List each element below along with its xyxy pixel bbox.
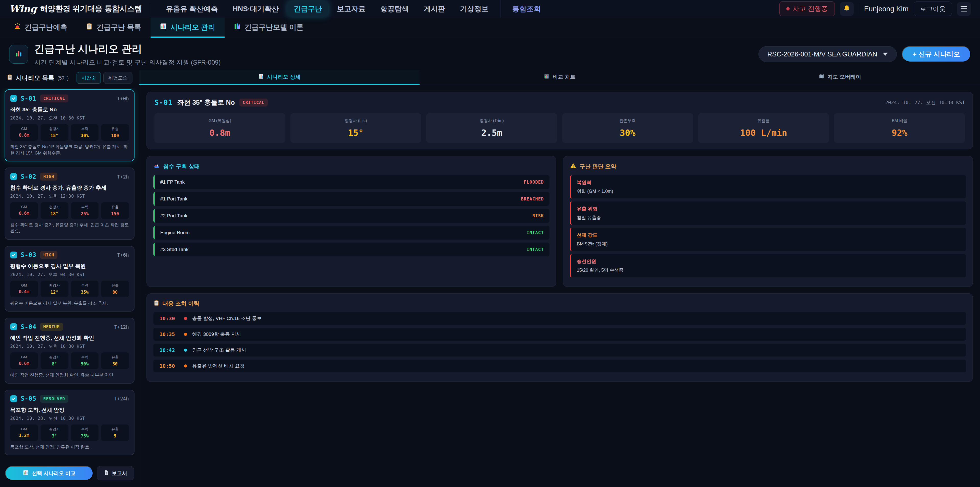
tab-scenario-detail[interactable]: 시나리오 상세 [139, 70, 420, 85]
compartment-status: RISK [532, 213, 544, 218]
metric-value: 100 [102, 133, 128, 138]
incident-badge-label: 사고 진행중 [793, 4, 828, 13]
timeline-text: 충돌 발생, VHF Ch.16 조난 통보 [192, 315, 262, 322]
compartment-row: #1 Port Tank BREACHED [153, 192, 549, 206]
case-selector-value: RSC-2026-001·M/V SEA GUARDIAN [767, 50, 877, 58]
page-title: 긴급구난 시나리오 관리 [34, 42, 221, 56]
nav-item-integrated-search[interactable]: 통합조회 [506, 1, 547, 17]
tab-emergency-prediction[interactable]: 긴급구난예측 [5, 18, 76, 38]
metric-value: 0.6m [11, 211, 37, 216]
scenario-detail-card: S-01 좌현 35° 충돌로 No CRITICAL 2024. 10. 27… [146, 92, 973, 149]
clipboard-icon [86, 23, 93, 32]
assessment-label: 복원력 [577, 179, 960, 186]
nav-item-oil-spill[interactable]: 유출유 확산예측 [160, 1, 224, 17]
nav-item-hns[interactable]: HNS·대기확산 [227, 1, 285, 17]
metric-label: 횡경사 [41, 205, 67, 209]
ship-icon [153, 163, 160, 171]
scenario-datetime: 2024. 10. 27. 오후 04:30 KST [10, 272, 129, 278]
document-icon [103, 470, 109, 477]
metric-spill: 유출 100 [101, 124, 129, 141]
sort-by-time-button[interactable]: 시간순 [76, 72, 101, 84]
main-scroll: S-01 좌현 35° 충돌로 No CRITICAL 2024. 10. 27… [139, 85, 980, 487]
tab-model-theory[interactable]: 긴급구난모델 이론 [224, 18, 313, 38]
timeline-text: 해경 3009함 출동 지시 [192, 331, 241, 338]
panel-row: 침수 구획 상태 #1 FP Tank FLOODED #1 Port Tank… [146, 156, 973, 287]
scenario-card-s05[interactable]: S-05 RESOLVED T+24h 목포항 도착, 선체 안정 2024. … [5, 390, 135, 456]
menu-button[interactable] [957, 2, 971, 16]
panel-title-label: 침수 구획 상태 [163, 163, 200, 170]
flooding-compartments-panel: 침수 구획 상태 #1 FP Tank FLOODED #1 Port Tank… [146, 156, 556, 287]
bar-chart-icon [160, 23, 167, 32]
scenario-title: 평형수 이동으로 경사 일부 복원 [10, 262, 129, 270]
scenario-metrics: GM 1.2m 횡경사 3° 부력 75% 유출 5 [10, 425, 129, 441]
compartment-name: #1 Port Tank [160, 196, 187, 202]
sidebar-title-label: 시나리오 목록 [16, 74, 54, 82]
tab-comparison-chart[interactable]: 비교 차트 [420, 70, 700, 85]
logout-button[interactable]: 로그아웃 [914, 2, 952, 16]
compare-scenarios-button[interactable]: 선택 시나리오 비교 [5, 466, 93, 481]
warning-icon [570, 163, 576, 171]
tab-scenario-management[interactable]: 시나리오 관리 [151, 18, 224, 38]
checkbox-checked[interactable] [10, 252, 17, 259]
sort-by-risk-button[interactable]: 위험도순 [103, 72, 132, 84]
metric-value: 30% [72, 133, 98, 138]
metric-value: 50% [72, 361, 98, 366]
scenario-title: 침수 확대로 경사 증가, 유출량 증가 추세 [10, 184, 129, 191]
timeline-row: 10:50 유출유 방제선 배치 요청 [153, 359, 966, 372]
scenario-card-s03[interactable]: S-03 HIGH T+6h 평형수 이동으로 경사 일부 복원 2024. 1… [5, 246, 135, 312]
assessment-value: 위험 (GM < 1.0m) [577, 188, 960, 194]
metric-label: GM [11, 205, 37, 209]
metric-label: 유출률 [701, 118, 827, 124]
main-tabs: 시나리오 상세 비교 차트 지도 오버레이 [139, 70, 980, 85]
compare-button-label: 선택 시나리오 비교 [32, 470, 76, 477]
checkbox-checked[interactable] [10, 323, 17, 330]
timeline-text: 인근 선박 구조 활동 개시 [192, 347, 246, 353]
nav-item-weather[interactable]: 기상정보 [454, 1, 495, 17]
severity-badge: MEDIUM [40, 323, 63, 331]
checkbox-checked[interactable] [10, 95, 17, 102]
nav-item-board[interactable]: 게시판 [417, 1, 451, 17]
bar-chart-icon [258, 73, 264, 80]
sort-buttons: 시간순 위험도순 [76, 72, 132, 84]
bar-chart-icon [544, 73, 549, 80]
metric-list: 횡경사 12° [41, 281, 68, 297]
nav-item-reports[interactable]: 보고자료 [331, 1, 372, 17]
tab-emergency-list[interactable]: 긴급구난 목록 [76, 18, 151, 38]
nav-item-aerial-search[interactable]: 항공탐색 [374, 1, 415, 17]
card-top-row: S-04 MEDIUM T+12h [10, 323, 129, 331]
metric-label: GM [11, 283, 37, 287]
notifications-button[interactable] [840, 2, 854, 16]
tab-map-overlay[interactable]: 지도 오버레이 [700, 70, 980, 85]
scenario-card-s02[interactable]: S-02 HIGH T+2h 침수 확대로 경사 증가, 유출량 증가 추세 2… [5, 168, 135, 240]
scenario-datetime: 2024. 10. 27. 오후 12:30 KST [10, 193, 129, 199]
metric-buoyancy: 부력 75% [71, 425, 99, 441]
metric-value: 12° [41, 290, 67, 295]
scenario-metrics: GM 0.4m 횡경사 12° 부력 35% 유출 80 [10, 281, 129, 297]
metric-value: 0.4m [11, 289, 37, 294]
metric-value: 3° [41, 433, 67, 439]
case-selector[interactable]: RSC-2026-001·M/V SEA GUARDIAN [759, 46, 897, 62]
metric-value: 100 L/min [701, 128, 827, 138]
assessment-label: 유출 위험 [577, 206, 960, 212]
timeline-time: 10:35 [159, 331, 179, 337]
nav-item-emergency-salvage[interactable]: 긴급구난 [287, 1, 328, 17]
metric-label: 유출 [102, 355, 128, 359]
scenario-card-s01[interactable]: S-01 CRITICAL T+0h 좌현 35° 충돌로 No 2024. 1… [5, 89, 135, 161]
compartment-name: #3 Stbd Tank [160, 247, 189, 252]
scenario-card-s04[interactable]: S-04 MEDIUM T+12h 예인 작업 진행중, 선체 안정화 확인 2… [5, 318, 135, 383]
time-offset: T+6h [117, 252, 129, 258]
scenario-count: (5개) [57, 75, 68, 81]
report-button[interactable]: 보고서 [97, 466, 134, 481]
assessment-row: 승선인원 15/20 확인, 5명 수색중 [570, 254, 966, 277]
metric-spill: 유출 80 [101, 281, 129, 297]
checkbox-checked[interactable] [10, 173, 17, 180]
timeline-dot-icon [184, 333, 187, 336]
assessment-label: 선체 강도 [577, 232, 960, 238]
detail-metrics: GM (복원심) 0.8m 횡경사 (List) 15° 종경사 (Trim) … [154, 113, 965, 143]
checkbox-checked[interactable] [10, 395, 17, 402]
scenario-description: 목포항 도착, 선체 안정. 잔류유 이적 완료. [10, 444, 129, 450]
detail-timestamp: 2024. 10. 27. 오전 10:30 KST [885, 99, 965, 106]
new-scenario-button[interactable]: + 신규 시나리오 [902, 46, 971, 62]
panel-title-label: 구난 판단 요약 [579, 163, 616, 170]
metric-card-bm-ratio: BM 비율 92% [834, 113, 965, 143]
